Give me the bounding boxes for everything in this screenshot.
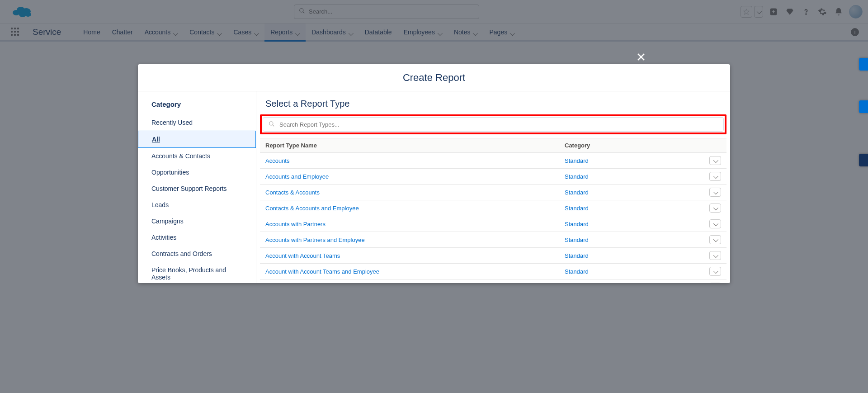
category-item-label: Price Books, Products and Assets <box>151 266 226 281</box>
row-action-button[interactable] <box>709 172 721 181</box>
report-type-category: Standard <box>559 264 704 279</box>
row-action-button[interactable] <box>709 219 721 228</box>
svg-line-13 <box>273 124 274 126</box>
report-type-category: Standard <box>559 169 704 185</box>
close-icon[interactable] <box>634 50 648 64</box>
svg-point-12 <box>269 121 273 125</box>
row-action-button[interactable] <box>709 204 721 213</box>
chevron-down-icon <box>713 189 717 196</box>
category-item[interactable]: Price Books, Products and Assets <box>138 262 256 283</box>
row-action-button[interactable] <box>709 283 721 283</box>
chevron-down-icon <box>713 205 717 212</box>
report-type-name[interactable]: Account with Account Teams <box>260 248 559 264</box>
modal-title: Create Report <box>138 64 730 91</box>
category-item[interactable]: Accounts & Contacts <box>138 148 256 164</box>
report-type-name[interactable]: Contacts & Accounts <box>260 185 559 200</box>
table-row[interactable]: Account with Account TeamsStandard <box>260 248 726 264</box>
report-type-name[interactable]: Account with Account Teams and Employee <box>260 264 559 279</box>
category-sidebar: Category Recently UsedAllAccounts & Cont… <box>138 91 256 283</box>
category-heading: Category <box>138 98 256 114</box>
table-row[interactable]: Accounts and EmployeeStandard <box>260 169 726 185</box>
report-type-category: Standard <box>559 279 704 284</box>
search-icon <box>269 121 275 128</box>
report-type-name[interactable]: Accounts with Contact Roles <box>260 279 559 284</box>
category-item[interactable]: Activities <box>138 229 256 246</box>
row-action-button[interactable] <box>709 188 721 197</box>
table-row[interactable]: Contacts & Accounts and EmployeeStandard <box>260 200 726 216</box>
docked-panel-3[interactable] <box>859 154 868 166</box>
row-action-button[interactable] <box>709 251 721 260</box>
chevron-down-icon <box>713 221 717 227</box>
report-type-name[interactable]: Contacts & Accounts and Employee <box>260 200 559 216</box>
category-item-label: Leads <box>151 201 169 208</box>
category-item-label: Opportunities <box>151 169 189 176</box>
report-type-category: Standard <box>559 153 704 169</box>
row-action-button[interactable] <box>709 235 721 244</box>
create-report-modal: Create Report Category Recently UsedAllA… <box>138 64 730 283</box>
col-category[interactable]: Category <box>559 138 704 153</box>
report-type-category: Standard <box>559 248 704 264</box>
category-item-label: Accounts & Contacts <box>151 152 210 160</box>
category-item-label: Recently Used <box>151 119 193 126</box>
category-item-label: Customer Support Reports <box>151 185 227 192</box>
table-row[interactable]: Accounts with Contact RolesStandard <box>260 279 726 284</box>
row-action-button[interactable] <box>709 267 721 276</box>
chevron-down-icon <box>713 237 717 243</box>
chevron-down-icon <box>713 173 717 180</box>
row-action-button[interactable] <box>709 156 721 165</box>
report-type-name[interactable]: Accounts and Employee <box>260 169 559 185</box>
category-item[interactable]: Campaigns <box>138 213 256 229</box>
category-item-label: Campaigns <box>151 218 184 225</box>
col-report-type-name[interactable]: Report Type Name <box>260 138 559 153</box>
highlighted-search-region <box>260 114 726 134</box>
category-item[interactable]: Opportunities <box>138 164 256 180</box>
report-type-category: Standard <box>559 200 704 216</box>
report-type-table: Report Type Name Category AccountsStanda… <box>260 138 726 283</box>
report-type-name[interactable]: Accounts with Partners and Employee <box>260 232 559 248</box>
report-type-name[interactable]: Accounts with Partners <box>260 216 559 232</box>
category-item[interactable]: Customer Support Reports <box>138 180 256 197</box>
report-type-category: Standard <box>559 216 704 232</box>
category-item[interactable]: All <box>138 131 256 148</box>
docked-panel-2[interactable] <box>859 100 868 113</box>
table-row[interactable]: Contacts & AccountsStandard <box>260 185 726 200</box>
report-type-name[interactable]: Accounts <box>260 153 559 169</box>
search-report-types[interactable] <box>263 117 724 132</box>
category-item[interactable]: Contracts and Orders <box>138 246 256 262</box>
docked-panel-1[interactable] <box>859 58 868 71</box>
category-item[interactable]: Leads <box>138 197 256 213</box>
chevron-down-icon <box>713 268 717 275</box>
report-type-category: Standard <box>559 232 704 248</box>
section-heading: Select a Report Type <box>256 99 730 114</box>
modal-overlay: Create Report Category Recently UsedAllA… <box>0 0 868 393</box>
category-item[interactable]: Recently Used <box>138 114 256 131</box>
category-item-label: All <box>152 136 160 143</box>
category-item-label: Activities <box>151 234 176 241</box>
chevron-down-icon <box>713 252 717 259</box>
table-row[interactable]: Accounts with Partners and EmployeeStand… <box>260 232 726 248</box>
chevron-down-icon <box>713 157 717 164</box>
table-row[interactable]: AccountsStandard <box>260 153 726 169</box>
category-item-label: Contracts and Orders <box>151 250 212 257</box>
table-row[interactable]: Accounts with PartnersStandard <box>260 216 726 232</box>
report-type-category: Standard <box>559 185 704 200</box>
search-report-types-input[interactable] <box>279 121 718 128</box>
table-row[interactable]: Account with Account Teams and EmployeeS… <box>260 264 726 279</box>
